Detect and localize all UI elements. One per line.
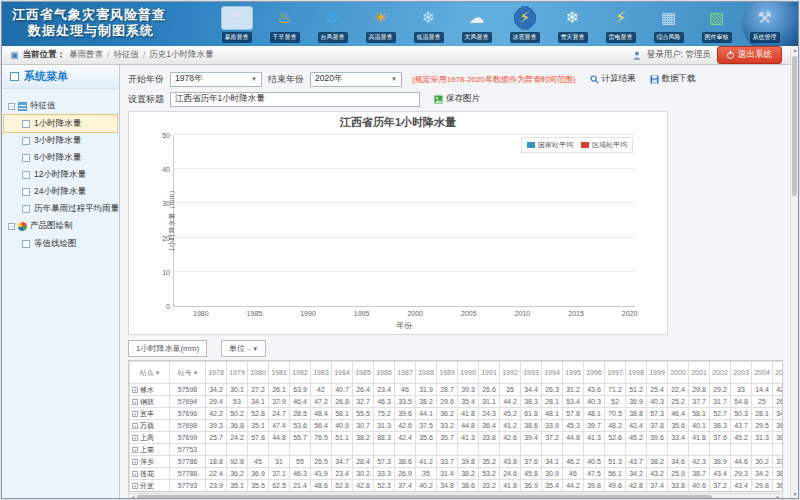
x-tick-label: 2005	[461, 310, 477, 317]
checkbox-icon[interactable]	[22, 205, 30, 213]
year-column-header: 1989	[437, 362, 458, 384]
wind-icon: ☁	[461, 6, 493, 30]
table-tab[interactable]: 1小时降水量(mm)	[128, 340, 207, 357]
value-cell: 38.4	[773, 432, 784, 444]
table-row[interactable]: +修水5759834.230.127.226.163.94240.726.423…	[130, 384, 784, 396]
table-row[interactable]: +铜鼓5769429.45334.137.946.447.226.832.746…	[130, 396, 784, 408]
row-expander-icon[interactable]: +	[132, 387, 138, 393]
value-cell: 26.3	[542, 384, 563, 396]
row-expander-icon[interactable]: +	[132, 435, 138, 441]
table-row[interactable]: +上栗57753	[130, 444, 784, 456]
toolbar-item-label: 雪灾普查	[558, 32, 588, 43]
end-year-select[interactable]: 2020年 ▼	[310, 72, 402, 87]
sidebar-item-6小时降水量[interactable]: 6小时降水量	[4, 149, 117, 166]
toolbar-item-3[interactable]: ⚙台风普查	[310, 6, 355, 43]
tree-node-1[interactable]: -特征值	[4, 97, 117, 115]
checkbox-icon[interactable]	[22, 188, 30, 196]
table-row[interactable]: +万载5769839.336.835.147.453.656.440.930.7…	[130, 420, 784, 432]
unit-filter[interactable]: 单位 – ▼	[221, 340, 266, 357]
save-image-button[interactable]: 保存图片	[434, 93, 480, 105]
checkbox-icon[interactable]	[22, 154, 30, 162]
station-id-column-header[interactable]: 站号 ▾	[170, 362, 206, 384]
row-expander-icon[interactable]: +	[132, 399, 138, 405]
year-column-header: 1994	[542, 362, 563, 384]
value-cell: 43.4	[731, 480, 752, 492]
row-expander-icon[interactable]: +	[132, 459, 138, 465]
toolbar-item-7[interactable]: ⚡冰雹普查	[502, 6, 547, 43]
value-cell: 34.4	[521, 384, 542, 396]
toolbar-item-12[interactable]: ⚒系统管理	[742, 6, 787, 43]
toolbar-item-10[interactable]: ▦综合风险	[646, 6, 691, 43]
sidebar-item-历年暴雨过程平均雨量[interactable]: 历年暴雨过程平均雨量	[4, 200, 117, 217]
breadcrumb-item-2[interactable]: 特征值	[113, 49, 139, 61]
checkbox-icon[interactable]	[22, 240, 30, 248]
toolbar-item-2[interactable]: ♨干旱普查	[262, 6, 307, 43]
vertical-scroll-thumb[interactable]	[792, 56, 797, 196]
sidebar: 系统菜单 -特征值1小时降水量3小时降水量6小时降水量12小时降水量24小时降水…	[2, 65, 120, 499]
logout-button[interactable]: 退出系统	[717, 46, 782, 64]
checkbox-icon[interactable]	[22, 120, 30, 128]
value-cell: 41.3	[584, 432, 605, 444]
toolbar-item-5[interactable]: ❄低温普查	[406, 6, 451, 43]
breadcrumb: ▣ 当前位置： 暴雨普查 / 特征值 / 历史1小时降水量	[10, 49, 214, 61]
value-cell	[458, 444, 479, 456]
sidebar-item-12小时降水量[interactable]: 12小时降水量	[4, 166, 117, 183]
tree-node-2[interactable]: -产品图绘制	[4, 217, 117, 235]
station-column-header[interactable]: 站点 ▾	[130, 362, 170, 384]
value-cell: 32.7	[353, 396, 374, 408]
value-cell: 39.8	[458, 456, 479, 468]
range-note: (规定采用1978-2020年数据作为普查时间范围)	[412, 74, 576, 85]
scroll-down-arrow[interactable]: ▼	[791, 490, 799, 498]
horizontal-scrollbar[interactable]: ◄ ►	[128, 493, 783, 499]
toolbar-item-6[interactable]: ☁大风普查	[454, 6, 499, 43]
row-expander-icon[interactable]: +	[132, 483, 138, 489]
station-name-cell: +莲花	[130, 468, 170, 480]
subbar: ▣ 当前位置： 暴雨普查 / 特征值 / 历史1小时降水量 登录用户: 管理员 …	[2, 46, 790, 65]
legend-item: 区域站平均	[581, 140, 627, 150]
value-cell: 33.7	[437, 456, 458, 468]
checkbox-icon[interactable]	[22, 171, 30, 179]
checkbox-icon[interactable]	[22, 137, 30, 145]
scroll-up-arrow[interactable]: ▲	[791, 46, 799, 54]
table-row[interactable]: +上高5769925.724.257.844.855.776.551.138.2…	[130, 432, 784, 444]
sidebar-item-24小时降水量[interactable]: 24小时降水量	[4, 183, 117, 200]
breadcrumb-item-1[interactable]: 暴雨普查	[69, 49, 103, 61]
year-column-header: 1993	[521, 362, 542, 384]
table-row[interactable]: +萍乡5778618.892.845315526.534.728.457.338…	[130, 456, 784, 468]
sidebar-item-等值线绘图[interactable]: 等值线绘图	[4, 235, 117, 252]
row-expander-icon[interactable]: +	[132, 411, 138, 417]
toolbar-item-1[interactable]: ☂暴雨普查	[214, 6, 259, 43]
sidebar-item-3小时降水量[interactable]: 3小时降水量	[4, 132, 117, 149]
toolbar-item-9[interactable]: ⚡雷电普查	[598, 6, 643, 43]
sidebar-item-1小时降水量[interactable]: 1小时降水量	[4, 115, 117, 132]
expander-icon[interactable]: -	[8, 103, 15, 110]
value-cell: 33.8	[479, 432, 500, 444]
toolbar-item-4[interactable]: ☀高温普查	[358, 6, 403, 43]
station-id-cell: 57788	[170, 468, 206, 480]
year-column-header: 1983	[311, 362, 332, 384]
scroll-right-arrow[interactable]: ►	[774, 494, 782, 499]
row-expander-icon[interactable]: +	[132, 447, 138, 453]
row-expander-icon[interactable]: +	[132, 471, 138, 477]
row-expander-icon[interactable]: +	[132, 423, 138, 429]
list-icon	[18, 102, 27, 111]
start-year-select[interactable]: 1978年 ▼	[170, 72, 262, 87]
value-cell: 23.4	[332, 468, 353, 480]
x-tick-label: 1995	[354, 310, 370, 317]
value-cell: 38.8	[773, 468, 784, 480]
toolbar-item-8[interactable]: ❄雪灾普查	[550, 6, 595, 43]
chart-title-input[interactable]: 江西省历年1小时降水量	[170, 92, 420, 107]
expander-icon[interactable]: -	[8, 223, 15, 230]
calculate-button[interactable]: 计算结果	[590, 73, 636, 85]
toolbar-item-11[interactable]: ▧图件审核	[694, 6, 739, 43]
table-row[interactable]: +分宜5779323.935.135.562.521.448.652.842.8…	[130, 480, 784, 492]
data-table: 站点 ▾站号 ▾19781979198019811982198319841985…	[129, 361, 783, 492]
horizontal-scroll-thumb[interactable]	[137, 495, 712, 499]
table-row[interactable]: +宜丰5769642.250.252.824.728.548.458.155.5…	[130, 408, 784, 420]
vertical-scrollbar[interactable]: ▲ ▼	[790, 46, 798, 498]
value-cell: 34.6	[668, 456, 689, 468]
table-row[interactable]: +莲花5778822.436.236.937.146.341.923.430.2…	[130, 468, 784, 480]
breadcrumb-item-3[interactable]: 历史1小时降水量	[149, 49, 213, 61]
scroll-left-arrow[interactable]: ◄	[129, 494, 137, 499]
download-button[interactable]: 数据下载	[650, 73, 696, 85]
